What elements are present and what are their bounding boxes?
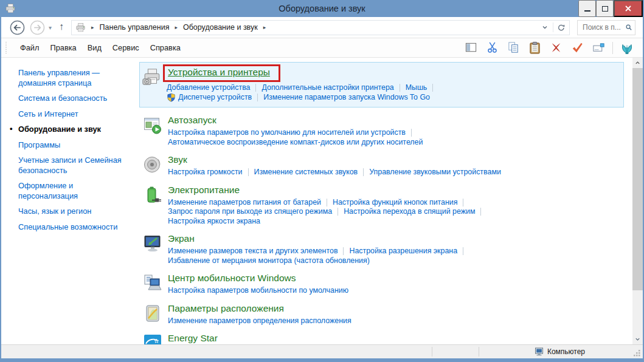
- sidebar-item[interactable]: Сеть и Интернет: [9, 109, 134, 120]
- scroll-down-button[interactable]: [632, 334, 643, 344]
- task-link[interactable]: Настройка перехода в спящий режим: [344, 207, 475, 217]
- category-title-link[interactable]: Центр мобильности Windows: [168, 273, 296, 283]
- up-button[interactable]: ↑: [59, 21, 64, 32]
- forward-button[interactable]: [30, 20, 45, 35]
- divider: [463, 247, 463, 255]
- category-title-link[interactable]: Звук: [168, 154, 187, 165]
- menu-item[interactable]: Справка: [145, 41, 186, 55]
- chevron-up-icon: [634, 60, 641, 66]
- task-link[interactable]: Настройка разрешения экрана: [349, 247, 457, 256]
- address-dropdown-button[interactable]: [537, 21, 553, 35]
- refresh-button[interactable]: [553, 21, 569, 35]
- check-icon: [570, 41, 584, 55]
- task-link[interactable]: Избавление от мерцания монитора (частота…: [168, 256, 370, 266]
- task-link[interactable]: Дополнительные настройки принтера: [261, 83, 393, 93]
- menu-item[interactable]: Вид: [82, 41, 107, 55]
- menu-item[interactable]: Правка: [44, 41, 81, 55]
- task-link[interactable]: Добавление устройства: [167, 83, 250, 93]
- category-title-link[interactable]: Электропитание: [168, 185, 240, 195]
- breadcrumb-item[interactable]: Оборудование и звук: [181, 22, 260, 33]
- breadcrumb: ▸Панель управления▸Оборудование и звук▸: [88, 22, 537, 33]
- vertical-scrollbar[interactable]: [632, 58, 643, 344]
- sidebar-item[interactable]: Учетные записи и Семейная безопасность: [9, 155, 134, 176]
- task-link[interactable]: Изменение параметров запуска Windows To …: [263, 93, 430, 103]
- sidebar-item[interactable]: Часы, язык и регион: [9, 207, 134, 217]
- task-link[interactable]: Настройка параметров по умолчанию для но…: [168, 128, 406, 138]
- menu-item[interactable]: Сервис: [107, 41, 145, 55]
- task-link-label: Настройка параметров по умолчанию для но…: [168, 128, 406, 138]
- task-link[interactable]: Мышь: [406, 83, 428, 93]
- breadcrumb-item[interactable]: Панель управления: [97, 22, 172, 33]
- category-icon-power: [143, 185, 163, 227]
- category-body: АвтозапускНастройка параметров по умолча…: [168, 115, 624, 147]
- task-link[interactable]: Управление звуковыми устройствами: [369, 168, 501, 177]
- paste-button[interactable]: [527, 41, 542, 55]
- category-body: Energy Star: [168, 333, 624, 344]
- cut-button[interactable]: [485, 41, 499, 55]
- category-title-link[interactable]: Экран: [168, 233, 195, 244]
- minimize-button[interactable]: [578, 0, 596, 17]
- category-section: Центр мобильности WindowsНастройка парам…: [141, 273, 624, 296]
- task-link[interactable]: Изменение параметров определения располо…: [168, 316, 351, 326]
- task-link[interactable]: Автоматическое воспроизведение компакт-д…: [168, 138, 423, 148]
- category-body: Устройства и принтерыДобавление устройст…: [167, 67, 620, 102]
- toolbar-gripper[interactable]: [5, 42, 7, 54]
- status-computer-label: Компьютер: [547, 347, 585, 356]
- category-icon-devices: [142, 67, 162, 102]
- address-bar[interactable]: ▸Панель управления▸Оборудование и звук▸: [71, 20, 570, 35]
- sidebar-item-label: Сеть и Интернет: [18, 109, 78, 118]
- scroll-up-button[interactable]: [632, 58, 643, 68]
- main-area: Панель управления — домашняя страницаСис…: [1, 58, 643, 344]
- task-link[interactable]: Настройка функций кнопок питания: [333, 198, 458, 208]
- divider: [463, 199, 463, 207]
- shell-button[interactable]: [620, 41, 634, 55]
- sidebar-item-label: Часы, язык и регион: [18, 207, 91, 216]
- sidebar-item[interactable]: •Оборудование и звук: [9, 125, 134, 135]
- category-title-link[interactable]: Автозапуск: [168, 115, 216, 125]
- task-link[interactable]: Диспетчер устройств: [167, 93, 252, 103]
- task-link[interactable]: Запрос пароля при выходе из спящего режи…: [168, 207, 332, 217]
- task-link[interactable]: Изменение системных звуков: [254, 168, 358, 177]
- search-input[interactable]: [581, 22, 625, 32]
- task-link[interactable]: Изменение размеров текста и других элеме…: [168, 247, 338, 256]
- scrollbar-thumb[interactable]: [632, 68, 643, 290]
- category-title-link[interactable]: Параметры расположения: [168, 303, 284, 313]
- sidebar-item[interactable]: Специальные возможности: [9, 222, 134, 233]
- category-title-link[interactable]: Energy Star: [168, 333, 218, 343]
- task-link[interactable]: Настройка громкости: [168, 168, 243, 177]
- task-link[interactable]: Настройка параметров мобильности по умол…: [168, 286, 348, 296]
- close-icon: [625, 5, 632, 12]
- sidebar-item[interactable]: Программы: [9, 140, 134, 151]
- resize-grip[interactable]: [632, 349, 641, 357]
- sidebar-item[interactable]: Оформление и персонализация: [9, 181, 134, 201]
- address-tools: [537, 21, 569, 35]
- refresh-icon: [557, 23, 566, 32]
- category-title-link[interactable]: Устройства и принтеры: [168, 67, 270, 77]
- sidebar-item[interactable]: Панель управления — домашняя страница: [9, 68, 134, 88]
- menu-item[interactable]: Файл: [15, 41, 44, 55]
- close-button[interactable]: [614, 0, 643, 17]
- task-link[interactable]: Настройка яркости экрана: [168, 217, 260, 227]
- delete-button[interactable]: [549, 41, 563, 55]
- task-link[interactable]: Изменение параметров питания от батарей: [168, 198, 321, 208]
- task-links-row: Изменение параметров питания от батарейН…: [168, 198, 624, 208]
- divider: [480, 208, 481, 216]
- power-icon: [143, 185, 162, 205]
- breadcrumb-separator: ▸: [263, 24, 266, 30]
- maximize-button[interactable]: [596, 0, 614, 17]
- history-dropdown[interactable]: ▾: [49, 24, 52, 31]
- divider: [255, 84, 256, 92]
- layout-button[interactable]: [463, 41, 478, 55]
- copy-button[interactable]: [506, 41, 521, 55]
- search-box[interactable]: [577, 20, 635, 35]
- task-link-label: Добавление устройства: [167, 83, 250, 93]
- back-button[interactable]: [10, 20, 25, 35]
- annotation-red-box: Устройства и принтеры: [163, 64, 280, 82]
- sidebar-item-label: Оформление и персонализация: [18, 181, 78, 200]
- sidebar-item[interactable]: Система и безопасность: [9, 94, 134, 104]
- task-link-label: Настройка разрешения экрана: [349, 247, 457, 256]
- task-link-label: Избавление от мерцания монитора (частота…: [168, 256, 370, 266]
- properties-button[interactable]: [591, 41, 606, 55]
- category-icon-mobility: [143, 273, 163, 296]
- confirm-button[interactable]: [570, 41, 584, 55]
